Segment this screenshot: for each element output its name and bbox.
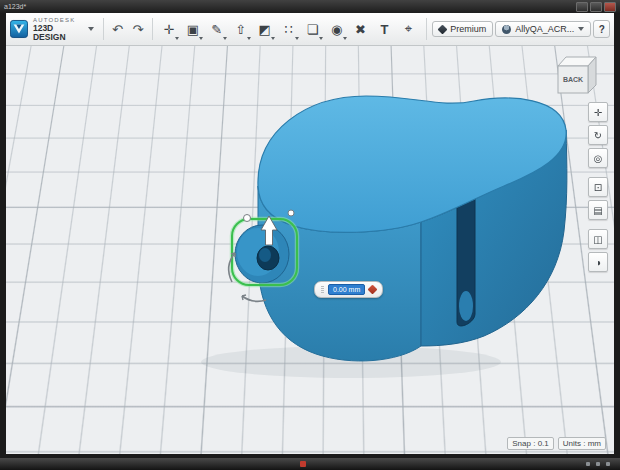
gem-icon xyxy=(438,24,448,34)
redo-button[interactable]: ↷ xyxy=(129,16,147,42)
snap-tool-button[interactable]: ⌖ xyxy=(397,16,419,42)
material-icon: ◑ xyxy=(595,257,601,268)
chevron-down-icon xyxy=(88,27,94,31)
zoom-button[interactable]: ◎ xyxy=(588,148,608,168)
chevron-down-icon xyxy=(175,37,179,40)
toolbar-separator xyxy=(152,18,153,40)
minimize-button[interactable] xyxy=(576,2,588,12)
tray-icon[interactable] xyxy=(596,462,600,466)
undo-icon: ↶ xyxy=(112,22,123,37)
fit-view-icon: ⊡ xyxy=(594,182,602,193)
dimension-input[interactable]: 0.00 mm xyxy=(328,284,365,295)
text-tool-icon: T xyxy=(381,22,389,37)
window-title: a123d* xyxy=(4,3,26,10)
chevron-down-icon xyxy=(295,37,299,40)
display-settings-button[interactable]: ◫ xyxy=(588,229,608,249)
app-brand: AUTODESK 123D DESIGN xyxy=(33,17,83,41)
taskbar-app-icon[interactable] xyxy=(300,461,306,467)
text-tool-button[interactable]: T xyxy=(374,16,396,42)
app-logo-icon xyxy=(10,19,28,39)
help-label: ? xyxy=(599,24,605,35)
dimension-mini-toolbar: 0.00 mm xyxy=(314,281,383,298)
maximize-button[interactable] xyxy=(590,2,602,12)
chevron-down-icon xyxy=(343,37,347,40)
account-label: AllyQA_ACR... xyxy=(515,24,574,34)
nav-gap xyxy=(588,223,608,226)
drag-knob-handle-2[interactable] xyxy=(288,210,294,216)
pan-button[interactable]: ✛ xyxy=(588,102,608,122)
window-titlebar: a123d* xyxy=(0,0,620,13)
viewcube-face-label: BACK xyxy=(563,76,583,83)
options-gear-icon[interactable] xyxy=(368,285,378,295)
snap-setting[interactable]: Snap : 0.1 xyxy=(507,437,553,450)
combine-tool-button[interactable]: ◉ xyxy=(326,16,348,42)
primitives-icon: ▣ xyxy=(187,22,199,37)
drag-knob-handle[interactable] xyxy=(244,215,251,222)
app-menu[interactable]: AUTODESK 123D DESIGN xyxy=(10,17,94,41)
zoom-icon: ◎ xyxy=(594,153,603,164)
help-button[interactable]: ? xyxy=(593,20,610,38)
chevron-down-icon xyxy=(223,37,227,40)
snap-icon: ⌖ xyxy=(405,21,412,37)
combine-icon: ◉ xyxy=(331,22,342,37)
sketch-icon: ✎ xyxy=(211,22,222,37)
brand-line2: 123D DESIGN xyxy=(33,24,83,41)
boss-hole-inner xyxy=(259,248,271,262)
view-cube[interactable]: BACK xyxy=(552,52,602,100)
app-window-frame: AUTODESK 123D DESIGN ↶ ↷ ✛ ▣ ✎ ⇧ xyxy=(0,13,620,458)
slot-inner-cylinder xyxy=(459,291,473,321)
avatar-icon xyxy=(502,25,511,34)
material-button[interactable]: ◑ xyxy=(588,252,608,272)
main-toolbar: AUTODESK 123D DESIGN ↶ ↷ ✛ ▣ ✎ ⇧ xyxy=(6,13,614,46)
chevron-down-icon xyxy=(319,37,323,40)
orbit-button[interactable]: ↻ xyxy=(588,125,608,145)
status-bar: Snap : 0.1 Units : mm xyxy=(507,437,606,450)
close-button[interactable] xyxy=(604,2,616,12)
pattern-tool-button[interactable]: ∷ xyxy=(278,16,300,42)
nav-gap xyxy=(588,171,608,174)
redo-icon: ↷ xyxy=(132,22,143,37)
premium-button[interactable]: Premium xyxy=(432,21,493,37)
fit-view-button[interactable]: ⊡ xyxy=(588,177,608,197)
grouping-icon: ❏ xyxy=(307,22,319,37)
construct-tool-button[interactable]: ⇧ xyxy=(230,16,252,42)
chevron-down-icon xyxy=(247,37,251,40)
drag-grip-icon[interactable] xyxy=(321,286,324,294)
construct-icon: ⇧ xyxy=(235,22,246,37)
modify-tool-button[interactable]: ◩ xyxy=(254,16,276,42)
pan-icon: ✛ xyxy=(594,107,602,118)
pattern-icon: ∷ xyxy=(285,22,293,37)
delete-icon: ✖ xyxy=(355,22,366,37)
transform-tool-button[interactable]: ✛ xyxy=(158,16,180,42)
primitives-tool-button[interactable]: ▣ xyxy=(182,16,204,42)
chevron-down-icon xyxy=(578,27,584,31)
viewport-canvas[interactable]: BACK ✛ ↻ ◎ ⊡ ▤ ◫ ◑ xyxy=(6,46,614,454)
tray-icon[interactable] xyxy=(606,462,610,466)
units-setting[interactable]: Units : mm xyxy=(558,437,606,450)
view-mode-icon: ▤ xyxy=(593,205,602,216)
os-taskbar[interactable] xyxy=(0,458,620,470)
view-mode-button[interactable]: ▤ xyxy=(588,200,608,220)
toolbar-separator xyxy=(426,18,427,40)
model-3d-view xyxy=(6,46,614,454)
transform-icon: ✛ xyxy=(163,22,174,37)
modify-icon: ◩ xyxy=(259,22,271,37)
display-settings-icon: ◫ xyxy=(593,234,602,245)
account-menu-button[interactable]: AllyQA_ACR... xyxy=(495,21,591,37)
chevron-down-icon xyxy=(199,37,203,40)
navigation-toolbar: ✛ ↻ ◎ ⊡ ▤ ◫ ◑ xyxy=(588,102,608,272)
toolbar-separator xyxy=(103,18,104,40)
orbit-icon: ↻ xyxy=(594,130,602,141)
premium-label: Premium xyxy=(450,24,486,34)
sketch-tool-button[interactable]: ✎ xyxy=(206,16,228,42)
delete-tool-button[interactable]: ✖ xyxy=(350,16,372,42)
chevron-down-icon xyxy=(271,37,275,40)
grouping-tool-button[interactable]: ❏ xyxy=(302,16,324,42)
undo-button[interactable]: ↶ xyxy=(108,16,126,42)
tray-icon[interactable] xyxy=(586,462,590,466)
